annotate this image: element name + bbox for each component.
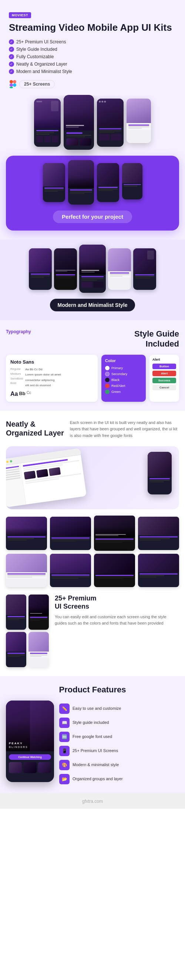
color-dot-primary: [105, 366, 109, 370]
typography-label: Typography: [6, 329, 31, 334]
feature-text-3: Free google font used: [73, 732, 112, 740]
neatly-header: Neatly &Organized Layer Each screen in t…: [6, 420, 179, 439]
premium-phone-1: [6, 595, 26, 630]
neatly-title: Neatly &Organized Layer: [6, 420, 64, 439]
check-icon: ✓: [9, 47, 14, 52]
grid-phone-7: [94, 554, 135, 587]
desktop-mockup: [6, 449, 87, 508]
perfect-banner-container: Perfect for your project: [0, 156, 185, 239]
movie-thumb-2: [23, 762, 36, 773]
features-main-phone: PEAKY BLINDERS Continue Watching: [6, 700, 54, 782]
style-guide-header: Typography Style GuideIncluded: [6, 329, 179, 349]
movie-thumb-3: [38, 762, 51, 773]
hero-phones-container: ★★★: [0, 95, 185, 156]
font-preview: Aa Bb Cc Dd Lorem ipsum dolor sit amet c…: [25, 367, 93, 388]
banner-phone-3: [97, 163, 119, 202]
grid-phone-8: [138, 554, 179, 587]
feature-item-6: 📂 Organized groups and layer: [59, 774, 179, 784]
product-features-section: Product Features PEAKY BLINDERS Continue: [0, 676, 185, 793]
feature-item-4: 📱 25+ Premium UI Screens: [59, 746, 179, 756]
feature-item: ✓ 25+ Premium UI Screens: [9, 39, 176, 45]
color-item-red: Red/Alert: [105, 383, 142, 388]
check-icon: ✓: [9, 62, 14, 67]
feature-item-5: 🎨 Modern & minimalist style: [59, 760, 179, 770]
modern-phone-3: [79, 245, 106, 293]
screens-badge: 25+ Screens: [9, 80, 176, 88]
phones-grid-8: [6, 517, 179, 587]
modern-phones-row: [6, 248, 179, 293]
premium-phones-grid: [6, 595, 49, 667]
feature-icon-4: 📱: [59, 746, 70, 756]
feature-icon-1: ✏️: [59, 703, 70, 714]
grid-phone-2: [50, 517, 91, 550]
grid-phone-3: [94, 515, 135, 551]
premium-phone-4: [28, 632, 49, 667]
modern-banner-wrap: Modern and Minimalist Style: [6, 299, 179, 311]
layer-phone: [148, 452, 172, 495]
feature-item: ✓ Fully Customizable: [9, 54, 176, 59]
grid-phone-6: [50, 554, 91, 587]
svg-point-4: [13, 83, 16, 87]
feature-item: ✓ Neatly & Organized Layer: [9, 62, 176, 67]
alert-panel: Alert Button Alert Success Cancel: [149, 355, 179, 402]
svg-rect-1: [13, 80, 16, 83]
feature-item: ✓ Style Guide Included: [9, 47, 176, 52]
premium-title: 25+ PremiumUI Screens: [55, 595, 179, 611]
font-size-samples: Aa Bb Cc: [10, 391, 93, 397]
perfect-banner: Perfect for your project: [6, 156, 179, 231]
modern-section: Modern and Minimalist Style: [0, 239, 185, 320]
typography-panel: Noto Sans RegularMediumSemiBoldBold Aa B…: [6, 355, 98, 402]
svg-rect-0: [9, 80, 13, 83]
premium-desc: You can easily edit and customize each s…: [55, 614, 179, 627]
btn-success[interactable]: Success: [152, 378, 176, 383]
banner-phone-2: [68, 160, 94, 205]
modern-phone-4: [108, 248, 131, 290]
color-item-primary: Primary: [105, 366, 142, 370]
feature-item-3: 🔤 Free google font used: [59, 732, 179, 742]
btn-cancel[interactable]: Cancel: [152, 385, 176, 390]
feature-item-2: 📖 Style guide included: [59, 718, 179, 728]
neatly-desc: Each screen in the UI kit is built very …: [70, 420, 179, 439]
features-list-col: ✏️ Easy to use and customize 📖 Style gui…: [59, 700, 179, 784]
footer-site: gfxtra.com: [82, 799, 103, 804]
color-dot-green: [105, 390, 109, 394]
feature-text-1: Easy to use and customize: [73, 703, 121, 711]
layer-mockup: [6, 446, 179, 509]
screens-count: 25+ Screens: [19, 80, 55, 88]
svg-rect-3: [9, 87, 13, 88]
banner-phones: [12, 163, 173, 205]
check-icon: ✓: [9, 39, 14, 45]
feature-item: ✓ Modern and Minimalist Style: [9, 69, 176, 74]
style-guide-section: Typography Style GuideIncluded Noto Sans…: [0, 320, 185, 410]
font-weight-col: RegularMediumSemiBoldBold: [10, 367, 23, 388]
figma-icon: [9, 80, 17, 88]
perfect-label: Perfect for your project: [53, 210, 132, 223]
hero-phones-row: ★★★: [6, 95, 179, 156]
btn-primary[interactable]: Button: [152, 364, 176, 369]
style-guide-title: Style GuideIncluded: [134, 329, 179, 349]
features-title: Product Features: [6, 685, 179, 695]
peaky-label: PEAKY: [9, 742, 51, 745]
check-icon: ✓: [9, 69, 14, 74]
premium-section: 25+ PremiumUI Screens You can easily edi…: [6, 595, 179, 667]
premium-text: 25+ PremiumUI Screens You can easily edi…: [55, 595, 179, 627]
premium-phone-2: [28, 595, 49, 630]
color-items: Primary Secondary Black Red/Alert Green: [105, 366, 142, 394]
feature-icon-2: 📖: [59, 718, 70, 728]
phone-mockup-1: [34, 99, 61, 147]
feature-text-4: 25+ Premium UI Screens: [73, 746, 118, 754]
alert-title: Alert: [152, 358, 176, 361]
continue-btn[interactable]: Continue Watching: [9, 754, 51, 760]
feature-text-5: Modern & minimalist style: [73, 760, 119, 768]
neatly-section: Neatly &Organized Layer Each screen in t…: [0, 411, 185, 676]
feature-icon-6: 📂: [59, 774, 70, 784]
style-guide-title-wrap: Style GuideIncluded: [134, 329, 179, 349]
phone-mockup-2: [64, 95, 94, 150]
color-dot-red: [105, 383, 109, 388]
features-list: ✓ 25+ Premium UI Screens ✓ Style Guide I…: [9, 39, 176, 74]
btn-alert[interactable]: Alert: [152, 371, 176, 376]
grid-phone-4: [138, 517, 179, 550]
product-badge: MOVIEST: [9, 12, 31, 18]
premium-phone-3: [6, 632, 26, 667]
color-dot-black: [105, 378, 109, 382]
